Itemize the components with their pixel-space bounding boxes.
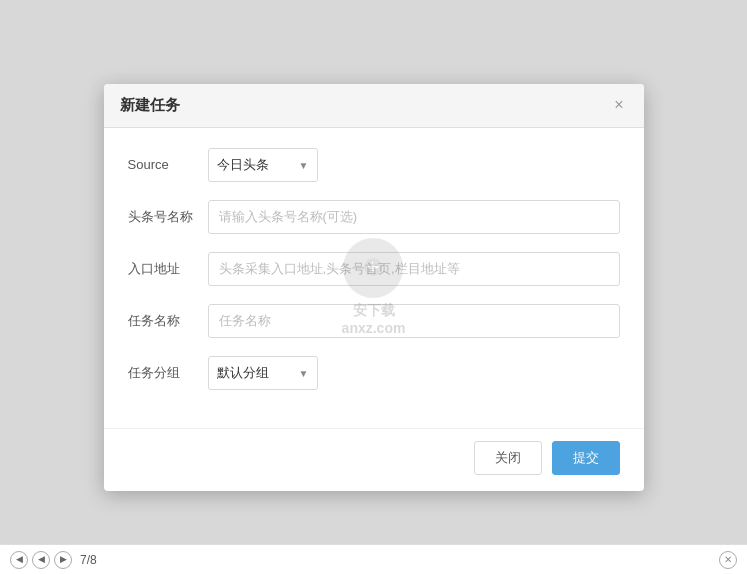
group-label: 任务分组 [128,364,208,382]
nav-first-button[interactable]: ◀ [10,551,28,569]
account-control [208,200,620,234]
bottom-bar: ◀ ◀ ▶ 7/8 ✕ [0,544,747,574]
url-row: 入口地址 [128,252,620,286]
url-label: 入口地址 [128,260,208,278]
nav-prev-button[interactable]: ◀ [32,551,50,569]
task-name-label: 任务名称 [128,312,208,330]
dialog-title: 新建任务 [120,96,180,115]
group-select[interactable]: 默认分组 分组一 分组二 [217,365,309,380]
bottom-nav: ◀ ◀ ▶ 7/8 [10,551,97,569]
close-button[interactable]: 关闭 [474,441,542,475]
group-row: 任务分组 默认分组 分组一 分组二 ▼ [128,356,620,390]
group-control: 默认分组 分组一 分组二 ▼ [208,356,620,390]
page-info: 7/8 [80,553,97,567]
source-row: Source 今日头条 微博 微信 抖音 ▼ [128,148,620,182]
source-select-wrapper[interactable]: 今日头条 微博 微信 抖音 ▼ [208,148,318,182]
task-name-row: 任务名称 [128,304,620,338]
dialog-footer: 关闭 提交 [104,428,644,491]
account-row: 头条号名称 [128,200,620,234]
dialog-header: 新建任务 × [104,84,644,128]
bottom-close-button[interactable]: ✕ [719,551,737,569]
nav-next-button[interactable]: ▶ [54,551,72,569]
url-control [208,252,620,286]
dialog: 新建任务 × Source 今日头条 微博 微信 抖音 ▼ [104,84,644,491]
task-name-input[interactable] [208,304,620,338]
account-label: 头条号名称 [128,208,208,226]
source-label: Source [128,157,208,172]
dialog-close-button[interactable]: × [610,97,627,113]
task-name-control [208,304,620,338]
account-input[interactable] [208,200,620,234]
dialog-body: Source 今日头条 微博 微信 抖音 ▼ 头条号名称 [104,128,644,428]
source-control: 今日头条 微博 微信 抖音 ▼ [208,148,620,182]
dialog-overlay: 新建任务 × Source 今日头条 微博 微信 抖音 ▼ [0,0,747,574]
submit-button[interactable]: 提交 [552,441,620,475]
url-input[interactable] [208,252,620,286]
source-select[interactable]: 今日头条 微博 微信 抖音 [217,157,309,172]
group-select-wrapper[interactable]: 默认分组 分组一 分组二 ▼ [208,356,318,390]
